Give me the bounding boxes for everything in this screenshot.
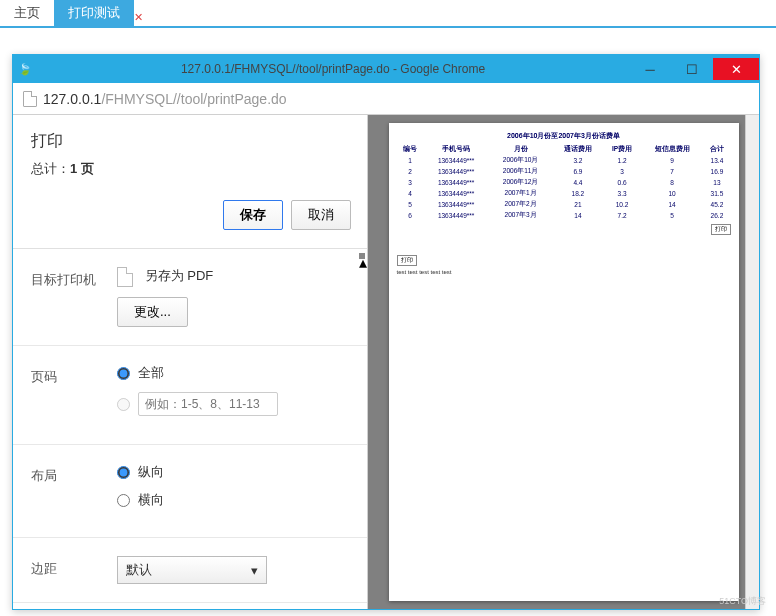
print-preview: 2006年10月份至2007年3月份话费单 编号手机号码月份通话费用IP费用短信…	[368, 115, 759, 609]
print-sidebar: 打印 总计：1 页 保存 取消 ▴ 目标打印机 另存为 PDF 更改...	[13, 115, 368, 609]
file-icon	[23, 91, 37, 107]
pages-all-label: 全部	[138, 364, 164, 382]
pages-all-radio[interactable]	[117, 367, 130, 380]
url-path: /FHMYSQL//tool/printPage.do	[101, 91, 286, 107]
print-settings: ▴ 目标打印机 另存为 PDF 更改... 页码 全部	[13, 249, 367, 609]
preview-table: 编号手机号码月份通话费用IP费用短信息费用合计 113634449***2006…	[397, 144, 731, 221]
change-destination-button[interactable]: 更改...	[117, 297, 188, 327]
pdf-file-icon	[117, 267, 133, 287]
scroll-indicator-icon: ▴	[359, 253, 365, 259]
titlebar: 🍃 127.0.0.1/FHMYSQL//tool/printPage.do -…	[13, 55, 759, 83]
maximize-button[interactable]: ☐	[671, 58, 713, 80]
print-summary: 总计：1 页	[31, 160, 349, 178]
watermark: 51CTO博客	[719, 595, 766, 608]
app-icon: 🍃	[13, 63, 37, 76]
minimize-button[interactable]: ─	[629, 58, 671, 80]
pages-range-radio[interactable]	[117, 398, 130, 411]
destination-label: 目标打印机	[31, 267, 117, 327]
preview-print-btn-2: 打印	[397, 255, 417, 266]
layout-landscape-label: 横向	[138, 491, 164, 509]
preview-table-title: 2006年10月份至2007年3月份话费单	[397, 131, 731, 141]
print-title: 打印	[31, 131, 349, 152]
preview-page: 2006年10月份至2007年3月份话费单 编号手机号码月份通话费用IP费用短信…	[389, 123, 739, 601]
pages-label: 页码	[31, 364, 117, 426]
app-tabs: 主页 打印测试 ✕	[0, 0, 776, 28]
chevron-down-icon: ▾	[251, 563, 258, 578]
preview-print-btn-1: 打印	[711, 224, 731, 235]
close-button[interactable]: ✕	[713, 58, 759, 80]
tab-main[interactable]: 主页	[0, 0, 54, 26]
cancel-button[interactable]: 取消	[291, 200, 351, 230]
layout-landscape-radio[interactable]	[117, 494, 130, 507]
url-host: 127.0.0.1	[43, 91, 101, 107]
chrome-window: 🍃 127.0.0.1/FHMYSQL//tool/printPage.do -…	[12, 54, 760, 610]
tab-close-icon[interactable]: ✕	[130, 9, 147, 26]
window-title: 127.0.0.1/FHMYSQL//tool/printPage.do - G…	[37, 62, 629, 76]
save-button[interactable]: 保存	[223, 200, 283, 230]
margins-select[interactable]: 默认 ▾	[117, 556, 267, 584]
layout-portrait-radio[interactable]	[117, 466, 130, 479]
address-bar[interactable]: 127.0.0.1/FHMYSQL//tool/printPage.do	[13, 83, 759, 115]
layout-portrait-label: 纵向	[138, 463, 164, 481]
preview-scrollbar[interactable]	[745, 115, 759, 609]
destination-value: 另存为 PDF	[145, 268, 214, 283]
preview-footer-text: test test test test test	[397, 269, 731, 275]
layout-label: 布局	[31, 463, 117, 519]
pages-range-input[interactable]	[138, 392, 278, 416]
margins-label: 边距	[31, 556, 117, 584]
tab-print-test[interactable]: 打印测试	[54, 0, 134, 26]
